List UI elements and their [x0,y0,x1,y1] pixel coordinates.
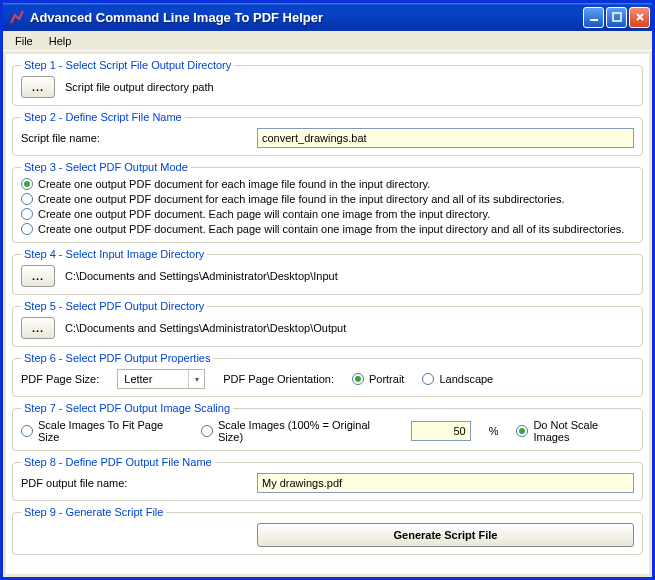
step9-legend: Step 9 - Generate Script File [21,506,166,518]
step3-option-0-label: Create one output PDF document for each … [38,178,430,190]
pdf-output-file-name-input[interactable] [257,473,634,493]
step2-group: Step 2 - Define Script File Name Script … [12,111,643,156]
scale-fit-option[interactable]: Scale Images To Fit Page Size [21,419,183,443]
content-area: Step 1 - Select Script File Output Direc… [6,54,649,574]
step2-label: Script file name: [21,132,251,144]
scale-percent-option[interactable]: Scale Images (100% = Original Size) [201,419,393,443]
step1-legend: Step 1 - Select Script File Output Direc… [21,59,234,71]
step3-option-2-label: Create one output PDF document. Each pag… [38,208,490,220]
minimize-button[interactable] [583,7,604,28]
maximize-button[interactable] [606,7,627,28]
scale-fit-label: Scale Images To Fit Page Size [38,419,183,443]
step5-group: Step 5 - Select PDF Output Directory ...… [12,300,643,347]
window-title: Advanced Command Line Image To PDF Helpe… [30,10,583,25]
step2-legend: Step 2 - Define Script File Name [21,111,185,123]
step7-legend: Step 7 - Select PDF Output Image Scaling [21,402,233,414]
no-scale-option[interactable]: Do Not Scale Images [516,419,634,443]
step4-group: Step 4 - Select Input Image Directory ..… [12,248,643,295]
radio-icon [21,193,33,205]
svg-rect-1 [613,13,621,21]
chevron-down-icon: ▾ [188,370,204,388]
step8-legend: Step 8 - Define PDF Output File Name [21,456,215,468]
page-size-value: Letter [118,373,188,385]
orientation-portrait[interactable]: Portrait [352,373,404,385]
step3-option-3-label: Create one output PDF document. Each pag… [38,223,624,235]
step1-group: Step 1 - Select Script File Output Direc… [12,59,643,106]
step8-label: PDF output file name: [21,477,251,489]
step3-option-3[interactable]: Create one output PDF document. Each pag… [21,223,634,235]
orientation-label: PDF Page Orientation: [223,373,334,385]
step4-legend: Step 4 - Select Input Image Directory [21,248,207,260]
scale-percent-input[interactable] [411,421,471,441]
app-window: Advanced Command Line Image To PDF Helpe… [0,0,655,580]
no-scale-label: Do Not Scale Images [533,419,634,443]
window-controls [583,7,650,28]
radio-icon [21,208,33,220]
radio-icon [21,178,33,190]
step5-path: C:\Documents and Settings\Administrator\… [65,322,346,334]
radio-icon [422,373,434,385]
menu-help[interactable]: Help [41,33,80,49]
step6-legend: Step 6 - Select PDF Output Properties [21,352,213,364]
svg-rect-0 [590,19,598,21]
step4-browse-button[interactable]: ... [21,265,55,287]
step3-legend: Step 3 - Select PDF Output Mode [21,161,191,173]
radio-icon [21,223,33,235]
titlebar: Advanced Command Line Image To PDF Helpe… [3,3,652,31]
close-button[interactable] [629,7,650,28]
percent-suffix: % [489,425,499,437]
portrait-label: Portrait [369,373,404,385]
step3-option-0[interactable]: Create one output PDF document for each … [21,178,634,190]
radio-icon [201,425,213,437]
step3-group: Step 3 - Select PDF Output Mode Create o… [12,161,643,243]
orientation-landscape[interactable]: Landscape [422,373,493,385]
menubar: File Help [3,31,652,51]
page-size-label: PDF Page Size: [21,373,99,385]
scale-percent-label: Scale Images (100% = Original Size) [218,419,393,443]
step5-browse-button[interactable]: ... [21,317,55,339]
step5-legend: Step 5 - Select PDF Output Directory [21,300,207,312]
step7-group: Step 7 - Select PDF Output Image Scaling… [12,402,643,451]
radio-icon [516,425,528,437]
app-icon [9,9,25,25]
step3-option-2[interactable]: Create one output PDF document. Each pag… [21,208,634,220]
generate-script-button[interactable]: Generate Script File [257,523,634,547]
landscape-label: Landscape [439,373,493,385]
radio-icon [21,425,33,437]
radio-icon [352,373,364,385]
step3-option-1[interactable]: Create one output PDF document for each … [21,193,634,205]
step3-option-1-label: Create one output PDF document for each … [38,193,564,205]
page-size-combo[interactable]: Letter ▾ [117,369,205,389]
step8-group: Step 8 - Define PDF Output File Name PDF… [12,456,643,501]
step1-path: Script file output directory path [65,81,214,93]
step9-group: Step 9 - Generate Script File Generate S… [12,506,643,555]
step1-browse-button[interactable]: ... [21,76,55,98]
menu-file[interactable]: File [7,33,41,49]
step6-group: Step 6 - Select PDF Output Properties PD… [12,352,643,397]
step4-path: C:\Documents and Settings\Administrator\… [65,270,338,282]
script-file-name-input[interactable] [257,128,634,148]
